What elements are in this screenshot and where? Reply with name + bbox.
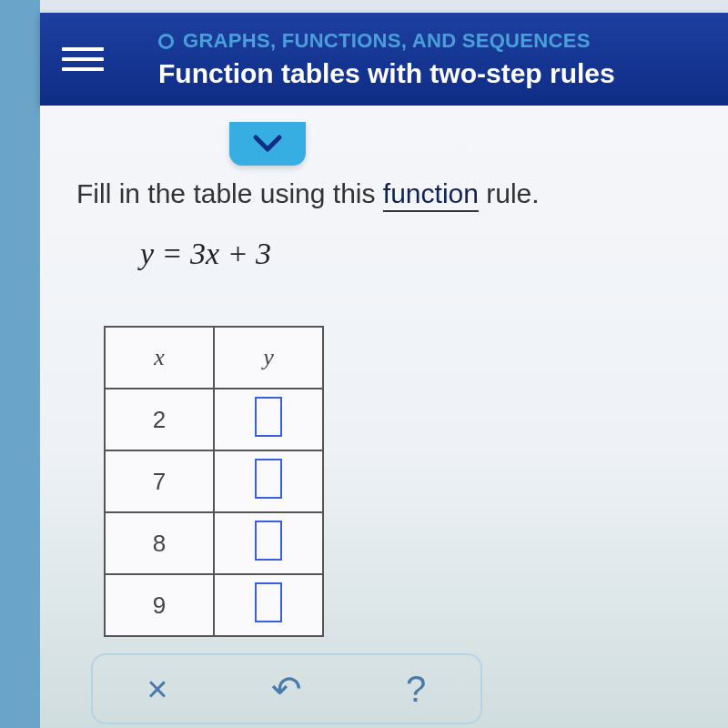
header-texts: GRAPHS, FUNCTIONS, AND SEQUENCES Functio… [158, 29, 615, 89]
col-header-x: x [105, 327, 214, 389]
col-header-y: y [214, 327, 323, 389]
instruction-pre: Fill in the table using this [76, 178, 383, 208]
x-cell: 7 [105, 450, 214, 512]
function-table: x y 2 7 8 9 [104, 326, 324, 637]
y-input[interactable] [255, 582, 282, 622]
x-cell: 2 [105, 389, 214, 450]
table-row: 2 [105, 389, 323, 450]
table-row: 8 [105, 512, 323, 574]
y-cell [214, 450, 323, 512]
table-row: 7 [105, 450, 323, 512]
app-screen: GRAPHS, FUNCTIONS, AND SEQUENCES Functio… [0, 0, 728, 728]
question-icon: ? [406, 669, 426, 710]
instruction-post: rule. [479, 178, 540, 208]
function-definition-link[interactable]: function [383, 178, 479, 212]
instruction-text: Fill in the table using this function ru… [76, 178, 708, 209]
page-title: Function tables with two-step rules [158, 58, 615, 89]
content-area: Fill in the table using this function ru… [40, 106, 728, 728]
table-header-row: x y [105, 327, 323, 389]
x-cell: 8 [105, 512, 214, 574]
menu-button[interactable] [62, 38, 104, 80]
undo-button[interactable]: ↶ [259, 662, 314, 716]
x-cell: 9 [105, 574, 214, 636]
equation: y = 3x + 3 [140, 237, 708, 271]
expand-tab-button[interactable] [229, 122, 306, 166]
y-cell [214, 512, 323, 574]
y-cell [214, 389, 323, 450]
help-button[interactable]: ? [389, 662, 443, 716]
y-input[interactable] [255, 397, 282, 437]
clear-button[interactable]: × [130, 662, 185, 716]
y-input[interactable] [255, 521, 282, 561]
chevron-down-icon [252, 134, 283, 154]
answer-toolbar: × ↶ ? [91, 653, 482, 724]
progress-circle-icon [158, 34, 174, 49]
header-bar: GRAPHS, FUNCTIONS, AND SEQUENCES Functio… [40, 13, 728, 106]
breadcrumb[interactable]: GRAPHS, FUNCTIONS, AND SEQUENCES [158, 29, 615, 53]
x-icon: × [147, 669, 167, 710]
left-side-strip [0, 0, 40, 728]
breadcrumb-label: GRAPHS, FUNCTIONS, AND SEQUENCES [183, 29, 591, 53]
table-row: 9 [105, 574, 323, 636]
undo-icon: ↶ [271, 668, 302, 710]
y-cell [214, 574, 323, 636]
top-strip [40, 0, 728, 13]
y-input[interactable] [255, 459, 282, 499]
